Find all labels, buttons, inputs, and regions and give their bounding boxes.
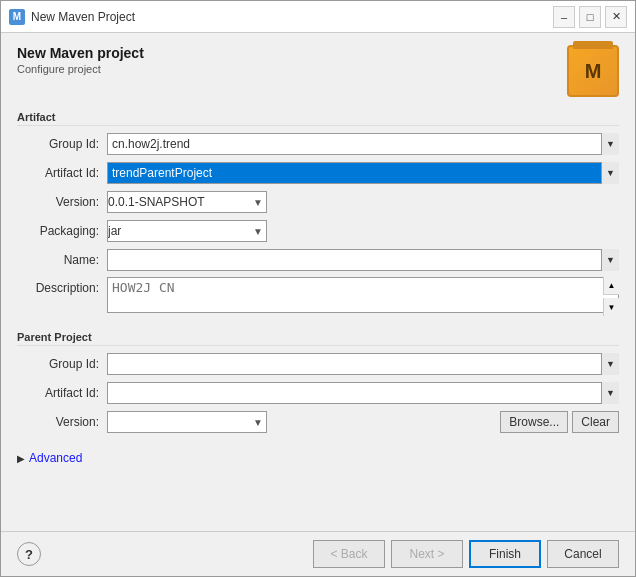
page-header: New Maven project Configure project M xyxy=(17,45,619,97)
parent-group-id-row: Group Id: ▼ xyxy=(17,352,619,376)
parent-version-select[interactable] xyxy=(107,411,267,433)
parent-artifact-id-row: Artifact Id: ▼ xyxy=(17,381,619,405)
footer: ? < Back Next > Finish Cancel xyxy=(1,531,635,576)
parent-version-label: Version: xyxy=(17,415,107,429)
minimize-button[interactable]: – xyxy=(553,6,575,28)
parent-group-id-dropdown-btn[interactable]: ▼ xyxy=(601,353,619,375)
version-row: Version: 0.0.1-SNAPSHOT ▼ xyxy=(17,190,619,214)
name-label: Name: xyxy=(17,253,107,267)
description-label: Description: xyxy=(17,277,107,295)
footer-buttons: < Back Next > Finish Cancel xyxy=(41,540,619,568)
maven-logo: M xyxy=(567,45,619,97)
parent-version-select-wrapper: ▼ xyxy=(107,411,267,433)
finish-button[interactable]: Finish xyxy=(469,540,541,568)
group-id-label: Group Id: xyxy=(17,137,107,151)
parent-artifact-id-label: Artifact Id: xyxy=(17,386,107,400)
artifact-id-label: Artifact Id: xyxy=(17,166,107,180)
advanced-link[interactable]: Advanced xyxy=(29,451,82,465)
name-dropdown-btn[interactable]: ▼ xyxy=(601,249,619,271)
close-button[interactable]: ✕ xyxy=(605,6,627,28)
parent-artifact-id-field: ▼ xyxy=(107,382,619,404)
help-button[interactable]: ? xyxy=(17,542,41,566)
page-title: New Maven project xyxy=(17,45,567,61)
parent-artifact-id-input[interactable] xyxy=(107,382,619,404)
group-id-dropdown-btn[interactable]: ▼ xyxy=(601,133,619,155)
parent-section-label: Parent Project xyxy=(17,329,619,346)
description-input[interactable] xyxy=(107,277,619,313)
clear-button[interactable]: Clear xyxy=(572,411,619,433)
window-icon: M xyxy=(9,9,25,25)
artifact-id-field: ▼ xyxy=(107,162,619,184)
parent-version-row: Version: ▼ Browse... Clear xyxy=(17,410,619,434)
name-input[interactable] xyxy=(107,249,619,271)
version-label: Version: xyxy=(17,195,107,209)
description-field: ▲ ▼ xyxy=(107,277,619,316)
packaging-select-wrapper: jar war pom ▼ xyxy=(107,220,267,242)
content-area: New Maven project Configure project M Ar… xyxy=(1,33,635,531)
parent-group-id-input[interactable] xyxy=(107,353,619,375)
artifact-id-input[interactable] xyxy=(107,162,619,184)
group-id-field: ▼ xyxy=(107,133,619,155)
maximize-button[interactable]: □ xyxy=(579,6,601,28)
description-scroll-down[interactable]: ▼ xyxy=(603,298,619,316)
browse-button[interactable]: Browse... xyxy=(500,411,568,433)
group-id-input[interactable] xyxy=(107,133,619,155)
title-bar: M New Maven Project – □ ✕ xyxy=(1,1,635,33)
parent-group-id-label: Group Id: xyxy=(17,357,107,371)
artifact-section-label: Artifact xyxy=(17,109,619,126)
cancel-button[interactable]: Cancel xyxy=(547,540,619,568)
packaging-select[interactable]: jar war pom xyxy=(107,220,267,242)
main-window: M New Maven Project – □ ✕ New Maven proj… xyxy=(0,0,636,577)
advanced-row[interactable]: ▶ Advanced xyxy=(17,451,619,465)
parent-section: Parent Project Group Id: ▼ Artifact Id: … xyxy=(17,329,619,439)
artifact-id-dropdown-btn[interactable]: ▼ xyxy=(601,162,619,184)
packaging-label: Packaging: xyxy=(17,224,107,238)
artifact-id-row: Artifact Id: ▼ xyxy=(17,161,619,185)
version-select-wrapper: 0.0.1-SNAPSHOT ▼ xyxy=(107,191,267,213)
description-scroll-up[interactable]: ▲ xyxy=(603,277,619,295)
parent-group-id-field: ▼ xyxy=(107,353,619,375)
page-subtitle: Configure project xyxy=(17,63,567,75)
group-id-row: Group Id: ▼ xyxy=(17,132,619,156)
description-row: Description: ▲ ▼ xyxy=(17,277,619,316)
version-select[interactable]: 0.0.1-SNAPSHOT xyxy=(107,191,267,213)
name-row: Name: ▼ xyxy=(17,248,619,272)
name-field: ▼ xyxy=(107,249,619,271)
next-button[interactable]: Next > xyxy=(391,540,463,568)
window-title: New Maven Project xyxy=(31,10,553,24)
advanced-triangle-icon: ▶ xyxy=(17,453,25,464)
page-title-area: New Maven project Configure project xyxy=(17,45,567,75)
packaging-row: Packaging: jar war pom ▼ xyxy=(17,219,619,243)
window-controls: – □ ✕ xyxy=(553,6,627,28)
artifact-section: Artifact Group Id: ▼ Artifact Id: ▼ Ver xyxy=(17,109,619,321)
back-button[interactable]: < Back xyxy=(313,540,385,568)
parent-artifact-id-dropdown-btn[interactable]: ▼ xyxy=(601,382,619,404)
